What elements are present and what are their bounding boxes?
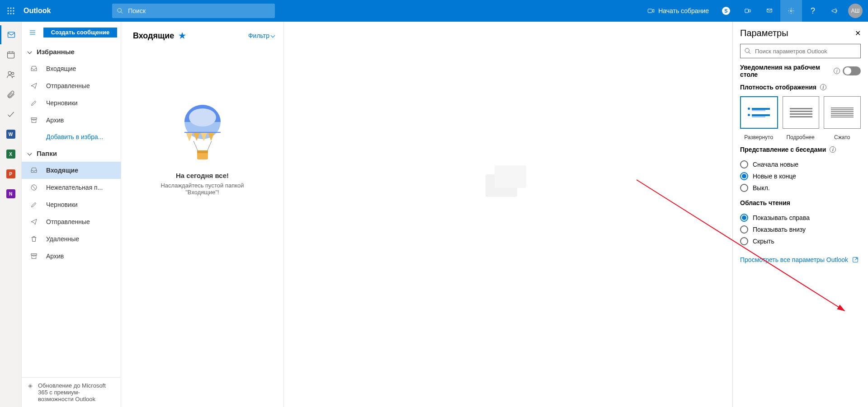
reading-pane-option[interactable]: Скрыть [740, 235, 861, 247]
radio-label: Показывать внизу [753, 226, 806, 233]
nav-item-label: Отправленные [46, 82, 90, 89]
people-icon [6, 70, 15, 79]
nav-item-label: Входящие [46, 167, 78, 174]
rail-people[interactable] [0, 65, 22, 84]
rail-todo[interactable] [0, 105, 22, 124]
conversations-option[interactable]: Сначала новые [740, 159, 861, 170]
rail-word[interactable]: W [0, 125, 22, 144]
svg-line-10 [121, 12, 123, 14]
nav-item[interactable]: Удаленные [22, 230, 121, 248]
density-option[interactable] [740, 96, 778, 129]
svg-rect-17 [7, 52, 14, 58]
radio-label: Сначала новые [753, 161, 798, 168]
conversations-title: Представление с беседами [740, 146, 826, 153]
nav-item[interactable]: Входящие [22, 162, 121, 179]
skype-icon: S [722, 7, 730, 15]
nav-item[interactable]: Отправленные [22, 213, 121, 230]
teams-button[interactable] [737, 0, 759, 22]
search-icon [744, 47, 751, 55]
density-option-label: Сжато [824, 134, 861, 140]
density-option[interactable] [824, 96, 861, 129]
feedback-button[interactable] [824, 0, 845, 22]
add-favorite-link[interactable]: Добавить в избра... [22, 129, 121, 145]
rail-powerpoint[interactable]: P [0, 164, 22, 183]
rail-excel[interactable]: X [0, 145, 22, 164]
skype-button[interactable]: S [715, 0, 737, 22]
help-button[interactable]: ? [802, 0, 824, 22]
svg-rect-32 [32, 255, 36, 258]
svg-line-38 [207, 141, 212, 151]
svg-point-0 [8, 8, 9, 9]
settings-button[interactable] [780, 0, 802, 22]
notifications-toggle[interactable] [843, 66, 861, 75]
start-meeting-button[interactable]: Начать собрание [641, 0, 715, 22]
app-rail: W X P N [0, 22, 22, 407]
nav-item[interactable]: Черновики [22, 196, 121, 213]
conversations-option[interactable]: Новые в конце [740, 170, 861, 182]
filter-button[interactable]: Фильтр [248, 32, 274, 39]
svg-point-2 [13, 8, 14, 9]
density-option-label: Развернуто [740, 134, 777, 140]
filter-label: Фильтр [248, 32, 269, 39]
notifications-button[interactable] [759, 0, 780, 22]
density-option[interactable] [783, 96, 820, 129]
nav-item[interactable]: Входящие [22, 60, 121, 77]
svg-point-1 [10, 8, 12, 9]
app-launcher-button[interactable] [0, 0, 22, 22]
svg-point-4 [10, 10, 12, 12]
gear-icon [788, 7, 795, 14]
calendar-icon [6, 50, 15, 59]
balloon-illustration [180, 104, 225, 163]
search-input[interactable] [128, 7, 270, 14]
rail-onenote[interactable]: N [0, 184, 22, 203]
folder-nav: Создать сообщение Избранные ВходящиеОтпр… [22, 22, 121, 407]
svg-point-8 [13, 13, 14, 14]
nav-item[interactable]: Архив [22, 248, 121, 265]
info-icon[interactable]: i [820, 84, 826, 90]
inbox-icon [30, 65, 38, 73]
settings-search[interactable] [740, 44, 861, 58]
rail-files[interactable] [0, 85, 22, 104]
info-icon[interactable]: i [834, 68, 840, 74]
account-avatar[interactable]: АШ [848, 4, 863, 18]
nav-item-label: Черновики [46, 99, 78, 107]
rail-calendar[interactable] [0, 45, 22, 64]
chevron-down-icon [271, 32, 274, 39]
waffle-icon [7, 7, 14, 14]
upgrade-banner[interactable]: ◈ Обновление до Microsoft 365 с премиум-… [22, 377, 121, 407]
nav-item[interactable]: Нежелательная п... [22, 179, 121, 196]
chevron-down-icon [28, 48, 31, 56]
info-icon[interactable]: i [830, 146, 836, 153]
svg-point-44 [745, 48, 749, 52]
nav-item[interactable]: Черновики [22, 94, 121, 112]
close-button[interactable]: ✕ [855, 29, 861, 37]
nav-item[interactable]: Архив [22, 112, 121, 129]
reading-pane-option[interactable]: Показывать справа [740, 212, 861, 224]
message-list-pane: Входящие ★ Фильтр На сегодня все! [121, 22, 284, 407]
folders-header[interactable]: Папки [22, 145, 121, 162]
favorites-header[interactable]: Избранные [22, 43, 121, 60]
mail-icon [7, 30, 16, 39]
new-message-button[interactable]: Создать сообщение [43, 28, 117, 37]
rail-mail[interactable] [0, 25, 22, 44]
nav-item[interactable]: Отправленные [22, 77, 121, 94]
sent-icon [30, 82, 38, 90]
svg-line-37 [193, 141, 198, 151]
search-box[interactable] [112, 4, 275, 18]
nav-item-label: Нежелательная п... [46, 184, 103, 191]
folders-header-label: Папки [37, 150, 57, 157]
settings-search-input[interactable] [755, 48, 857, 55]
conversations-option[interactable]: Выкл. [740, 182, 861, 194]
nav-item-label: Удаленные [46, 235, 79, 243]
hamburger-button[interactable] [25, 25, 40, 40]
view-all-settings-label: Просмотреть все параметры Outlook [740, 256, 848, 263]
search-icon [117, 7, 123, 14]
svg-point-3 [8, 10, 9, 12]
hamburger-icon [29, 29, 36, 36]
favorite-star-icon[interactable]: ★ [179, 31, 186, 41]
reading-pane-option[interactable]: Показывать внизу [740, 224, 861, 235]
powerpoint-icon: P [6, 169, 15, 178]
density-option-label: Подробнее [782, 134, 819, 140]
svg-point-21 [8, 71, 11, 75]
view-all-settings-link[interactable]: Просмотреть все параметры Outlook [740, 256, 861, 263]
